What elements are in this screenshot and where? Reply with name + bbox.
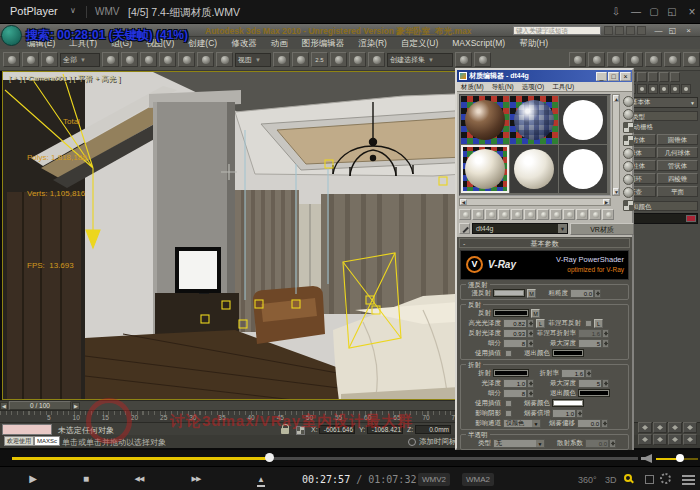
speaker-icon[interactable] <box>641 454 652 463</box>
wrench-icon <box>615 26 624 35</box>
max-close-icon: × <box>682 25 695 36</box>
vray-banner: V V-Ray V-Ray PowerShader optimized for … <box>460 250 629 280</box>
primitive-button: 四棱锥 <box>657 173 698 184</box>
named-selection-dropdown: 创建选择集▼ <box>387 53 453 67</box>
stop-button[interactable]: ■ <box>68 470 104 488</box>
menu-item: 帮助(H) <box>512 37 555 49</box>
refract-ior-spinner: 1.6 <box>561 369 585 378</box>
control-bar: ▶ ■ ◀◀ ▶▶ ▲ 00:27:57 / 01:07:32 WMV2 WMA… <box>0 466 700 490</box>
playlist-button[interactable] <box>645 475 654 484</box>
primitive-button: 平面 <box>657 186 698 197</box>
player-titlebar: PotPlayer ∨ WMV [4/5] 7.4-细调材质.WMV ⇩ — ▢… <box>0 0 700 24</box>
minimize-button[interactable]: — <box>628 5 644 19</box>
play-button[interactable]: ▶ <box>15 470 51 488</box>
material-name-dropdown: dt44g▼ <box>472 223 568 234</box>
assign-to-selection-icon <box>485 209 497 220</box>
restore-button[interactable]: ◱ <box>664 5 680 19</box>
select-manipulate-icon <box>292 52 309 67</box>
menu-hamburger-icon[interactable] <box>682 475 695 477</box>
window-crossing-icon <box>159 52 176 67</box>
max-restore-icon: ◱ <box>666 25 679 36</box>
translucency-group: 半透明 类型 无▼ 散射系数 0.0 <box>460 434 629 450</box>
mode-360-button[interactable]: 360° <box>578 475 597 485</box>
close-button[interactable]: × <box>684 5 700 19</box>
vray-logo-icon: V <box>466 256 483 273</box>
fog-mult-spinner: 1.0 <box>552 409 576 418</box>
pin-icon[interactable]: ⇩ <box>608 5 624 19</box>
sample-hscrollbar: ◀ ▶ <box>459 198 611 206</box>
menu-item: 修改器 <box>224 37 264 49</box>
put-to-library-icon <box>524 209 536 220</box>
seek-bar[interactable] <box>12 457 638 460</box>
watermark-text: 讨论3dmax/VRay室内设计最大群 <box>170 412 413 431</box>
systems-icon <box>681 84 691 94</box>
sample-slots <box>459 94 611 196</box>
banner-subtitle: optimized for V-Ray <box>567 266 624 273</box>
max-search-input: 键入关键字或短语 <box>513 26 601 35</box>
backlight-icon <box>623 109 634 120</box>
scroll-up-icon: ▲ <box>613 95 619 102</box>
volume-handle[interactable] <box>676 454 684 462</box>
diffuse-map-button: M <box>527 289 536 298</box>
put-to-scene-icon <box>472 209 484 220</box>
selection-filter-dropdown: 全部▼ <box>60 53 100 67</box>
reset-map-icon <box>498 209 510 220</box>
fresnel-lock-button: L <box>594 319 603 328</box>
video-surface[interactable]: Autodesk 3ds Max 2010 - Unregistered Ver… <box>0 24 700 450</box>
hierarchy-tab-icon <box>637 72 647 82</box>
me-maximize-icon: □ <box>608 72 619 81</box>
primitive-button: 管状体 <box>657 160 698 171</box>
time-display: 00:27:57 / 01:07:32 <box>302 474 416 485</box>
time-total: 01:07:32 <box>368 474 416 485</box>
material-name-row: dt44g▼ VR材质 <box>459 222 634 235</box>
player-menu-button[interactable]: PotPlayer <box>10 5 58 17</box>
menu-item: 渲染(R) <box>351 37 394 49</box>
material-sphere-cream <box>465 149 505 189</box>
material-sphere-brown <box>465 100 505 140</box>
z-coord-field: 0.0mm <box>415 425 451 434</box>
me-menu-item: 选项(O) <box>518 82 548 91</box>
go-parent-icon <box>576 209 588 220</box>
eyedropper-icon <box>459 223 470 234</box>
previous-button[interactable]: ◀◀ <box>121 470 157 488</box>
layer-manager-icon <box>569 52 586 67</box>
me-menu-item: 导航(N) <box>488 82 518 91</box>
mode-3d-button[interactable]: 3D <box>605 475 617 485</box>
spacewarps-icon <box>670 84 680 94</box>
play-animation-icon <box>638 422 652 433</box>
max-depth-label: 最大深度 <box>534 339 578 348</box>
sample-vscrollbar: ▲ ▼ <box>612 94 620 196</box>
reflect-map-button: M <box>531 309 540 318</box>
maximize-button[interactable]: ▢ <box>646 5 662 19</box>
maxscript-listener-chip: 欢迎使用 <box>4 436 34 446</box>
seek-handle[interactable] <box>265 453 274 462</box>
open-file-button[interactable]: ▲ <box>243 470 279 488</box>
stats-polys: Polys: 1,818,188 <box>27 152 87 164</box>
time-slider-handle: 0 / 100 <box>9 401 71 410</box>
object-color-swatch <box>686 215 696 222</box>
pivot-center-icon <box>273 52 290 67</box>
scroll-right-icon: ▶ <box>603 199 610 205</box>
settings-gear-icon[interactable] <box>660 473 671 484</box>
material-editor-icon <box>626 52 643 67</box>
fresnel-ior-label: 菲涅耳折射率 <box>534 329 578 338</box>
zoom-extents-icon <box>638 434 652 445</box>
viewport-nav-controls <box>638 422 700 446</box>
render-setup-icon <box>645 52 662 67</box>
codec-badge: WMV <box>95 6 119 17</box>
interp-label: 使用插值 <box>463 349 503 358</box>
quick-render-icon <box>683 52 700 67</box>
scale-icon <box>216 52 233 67</box>
refract-interp-label: 使用插值 <box>463 399 503 408</box>
sample-slot <box>510 96 558 144</box>
reflect-gloss-label: 反射光泽度 <box>463 329 503 338</box>
refract-exit-label: 退出颜色 <box>534 389 578 398</box>
primitive-button: 几何球体 <box>657 147 698 158</box>
scene-search-icon[interactable] <box>624 474 632 482</box>
divider <box>86 6 87 18</box>
refract-subdivs-spinner: 8 <box>503 389 527 398</box>
refract-interp-checkbox <box>505 400 512 407</box>
next-button[interactable]: ▶▶ <box>178 470 214 488</box>
hilight-lock-button: L <box>536 319 545 328</box>
refract-color-swatch <box>493 369 529 377</box>
